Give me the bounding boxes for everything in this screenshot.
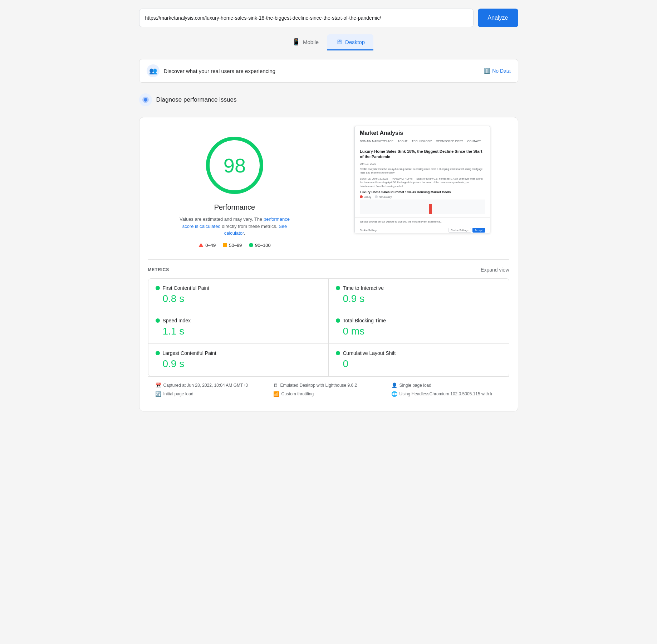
score-circle: 98 (202, 133, 267, 197)
score-screenshot-row: 98 Performance Values are estimated and … (148, 126, 509, 248)
footer-single-page: 👤 Single page load (391, 382, 502, 388)
tab-mobile[interactable]: 📱 Mobile (284, 34, 327, 50)
desktop-emulation-icon: 🖥 (273, 382, 278, 388)
device-tabs: 📱 Mobile 🖥 Desktop (139, 34, 518, 50)
legend-good: 90–100 (249, 243, 270, 248)
no-data-label: No Data (492, 68, 510, 74)
tab-desktop[interactable]: 🖥 Desktop (327, 34, 373, 50)
globe-icon: 🌐 (391, 391, 397, 397)
legend-good-range: 90–100 (255, 243, 270, 248)
analyze-button[interactable]: Analyze (478, 9, 518, 27)
info-circle-icon: ℹ️ (484, 68, 490, 74)
si-dot (156, 318, 160, 323)
legend-fail: 0–49 (198, 243, 216, 248)
footer-headless: 🌐 Using HeadlessChromium 102.0.5005.115 … (391, 391, 502, 397)
screenshot-nav: DOMAIN MARKETPLACE ABOUT TECHNOLOGY SPON… (360, 138, 485, 143)
tab-desktop-label: Desktop (345, 39, 365, 45)
metric-cls: Cumulative Layout Shift 0 (329, 344, 509, 376)
metrics-divider (148, 259, 509, 260)
tti-dot (336, 286, 340, 290)
footer-emulated-text: Emulated Desktop with Lighthouse 9.6.2 (280, 383, 357, 388)
cookie-settings-btn: Cookie Settings (448, 228, 471, 233)
score-legend: 0–49 50–89 90–100 (198, 243, 270, 248)
score-value: 98 (224, 154, 246, 177)
score-description: Values are estimated and may vary. The p… (174, 216, 295, 237)
info-banner-text: Discover what your real users are experi… (164, 68, 276, 74)
info-banner-right: ℹ️ No Data (484, 68, 510, 74)
fcp-name: First Contentful Paint (163, 285, 210, 291)
fail-icon (198, 243, 204, 247)
tab-mobile-label: Mobile (303, 39, 319, 45)
url-input[interactable] (139, 9, 474, 27)
info-banner-left: 👥 Discover what your real users are expe… (147, 64, 276, 77)
footer-captured-text: Captured at Jun 28, 2022, 10:04 AM GMT+3 (163, 383, 248, 388)
svg-point-1 (144, 98, 147, 102)
si-name: Speed Index (163, 318, 191, 323)
screenshot-chart-title: Luxury Home Sales Plummet 18% as Housing… (360, 190, 485, 194)
screenshot-footer: We use cookies on our website to give yo… (355, 218, 490, 226)
metrics-label: METRICS (148, 267, 170, 272)
bar-red (429, 204, 432, 214)
diagnose-icon (139, 93, 152, 106)
tti-value: 0.9 s (336, 293, 502, 304)
metric-tbt: Total Blocking Time 0 ms (329, 311, 509, 344)
screenshot-text2: SEATTLE, June 16, 2022 — (NASDAQ: RDFN) … (360, 177, 485, 189)
si-value: 1.1 s (156, 326, 321, 337)
tbt-value: 0 ms (336, 326, 502, 337)
good-icon (249, 243, 253, 247)
diagnose-text: Diagnose performance issues (156, 96, 237, 103)
mobile-icon: 📱 (292, 38, 300, 46)
signal-icon: 📶 (273, 391, 279, 397)
diagnose-banner: Diagnose performance issues (139, 88, 518, 111)
refresh-icon: 🔄 (155, 391, 161, 397)
screenshot-article-title: Luxury-Home Sales Sink 18%, the Biggest … (360, 149, 485, 160)
accept-btn: Accept (472, 228, 485, 233)
calendar-icon: 📅 (155, 382, 161, 388)
metrics-header: METRICS Expand view (148, 267, 509, 273)
footer-initial-load: 🔄 Initial page load (155, 391, 266, 397)
expand-view-button[interactable]: Expand view (481, 267, 509, 273)
screenshot-body: Luxury-Home Sales Sink 18%, the Biggest … (355, 145, 490, 218)
metric-tti: Time to Interactive 0.9 s (329, 279, 509, 311)
footer-headless-text: Using HeadlessChromium 102.0.5005.115 wi… (399, 391, 493, 396)
tbt-name: Total Blocking Time (343, 318, 386, 323)
screenshot-chart-legend: Luxury Non-Luxury (360, 195, 485, 198)
person-icon: 👤 (391, 382, 397, 388)
legend-average-range: 50–89 (229, 243, 242, 248)
screenshot-chart-bar (360, 200, 485, 214)
lcp-value: 0.9 s (156, 358, 321, 370)
fcp-value: 0.8 s (156, 293, 321, 304)
footer-throttling: 📶 Custom throttling (273, 391, 384, 397)
score-label: Performance (214, 203, 255, 211)
lcp-name: Largest Contentful Paint (163, 350, 216, 356)
footer-emulated: 🖥 Emulated Desktop with Lighthouse 9.6.2 (273, 382, 384, 388)
legend-average: 50–89 (223, 243, 242, 248)
period: . (244, 230, 245, 236)
footer-initial-load-text: Initial page load (163, 391, 193, 396)
url-bar-section: Analyze (139, 9, 518, 27)
metric-lcp: Largest Contentful Paint 0.9 s (148, 344, 329, 376)
score-desc-mid: directly from these metrics. (222, 224, 279, 229)
legend-fail-range: 0–49 (205, 243, 216, 248)
users-icon: 👥 (147, 64, 160, 77)
footer-throttling-text: Custom throttling (281, 391, 314, 396)
screenshot-date: Jun 12, 2022 (360, 162, 485, 165)
lcp-dot (156, 351, 160, 355)
screenshot-text1: Redfin analysis finds the luxury-housing… (360, 167, 485, 175)
tbt-dot (336, 318, 340, 323)
metric-fcp: First Contentful Paint 0.8 s (148, 279, 329, 311)
info-banner: 👥 Discover what your real users are expe… (139, 59, 518, 83)
average-icon (223, 243, 227, 247)
page-screenshot: Market Analysis DOMAIN MARKETPLACE ABOUT… (354, 126, 490, 233)
report-footer: 📅 Captured at Jun 28, 2022, 10:04 AM GMT… (148, 376, 509, 402)
fcp-dot (156, 286, 160, 290)
report-card: 98 Performance Values are estimated and … (139, 117, 518, 411)
metrics-grid: First Contentful Paint 0.8 s Time to Int… (148, 278, 509, 376)
footer-captured: 📅 Captured at Jun 28, 2022, 10:04 AM GMT… (155, 382, 266, 388)
score-section: 98 Performance Values are estimated and … (148, 126, 322, 248)
desktop-icon: 🖥 (336, 38, 342, 46)
screenshot-site-title: Market Analysis (360, 130, 485, 136)
cls-name: Cumulative Layout Shift (343, 350, 396, 356)
screenshot-section: Market Analysis DOMAIN MARKETPLACE ABOUT… (336, 126, 509, 233)
screenshot-cookie-bar: Cookie Settings Cookie Settings Accept (355, 226, 490, 233)
